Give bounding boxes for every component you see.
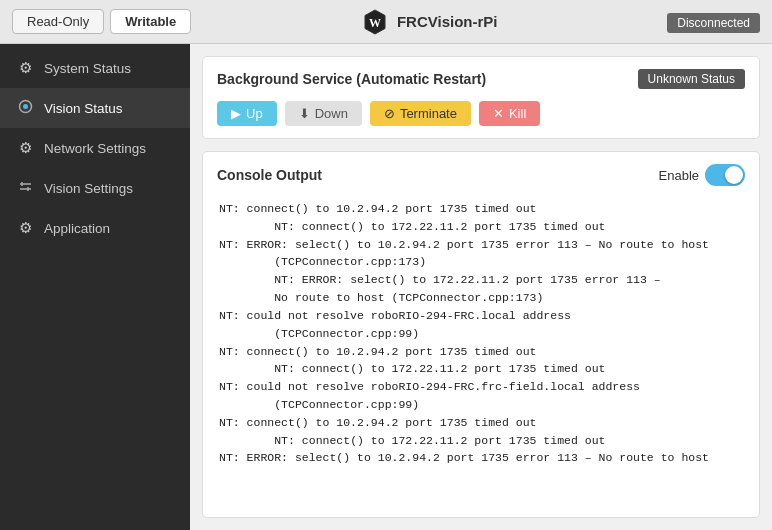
sidebar-item-vision-status[interactable]: Vision Status: [0, 88, 190, 128]
service-buttons: ▶ Up ⬇ Down ⊘ Terminate ✕ Kill: [217, 101, 745, 126]
up-icon: ▶: [231, 106, 241, 121]
sidebar-item-system-status[interactable]: ⚙ System Status: [0, 48, 190, 88]
console-output-title: Console Output: [217, 167, 322, 183]
sidebar-item-vision-settings[interactable]: Vision Settings: [0, 168, 190, 208]
sidebar-item-label: Vision Status: [44, 101, 123, 116]
sidebar-item-network-settings[interactable]: ⚙ Network Settings: [0, 128, 190, 168]
content-area: Background Service (Automatic Restart) U…: [190, 44, 772, 530]
toggle-thumb: [725, 166, 743, 184]
svg-text:W: W: [369, 16, 381, 30]
sidebar-item-label: System Status: [44, 61, 131, 76]
vision-status-icon: [16, 99, 34, 117]
background-service-card: Background Service (Automatic Restart) U…: [202, 56, 760, 139]
system-status-icon: ⚙: [16, 59, 34, 77]
application-icon: ⚙: [16, 219, 34, 237]
console-enable-area: Enable: [659, 164, 745, 186]
up-button[interactable]: ▶ Up: [217, 101, 277, 126]
app-logo-icon: W: [361, 8, 389, 36]
connection-badge: Disconnected: [667, 13, 760, 31]
terminate-button[interactable]: ⊘ Terminate: [370, 101, 471, 126]
mode-buttons: Read-Only Writable: [12, 9, 191, 34]
main-layout: ⚙ System Status Vision Status ⚙ Network …: [0, 44, 772, 530]
writable-button[interactable]: Writable: [110, 9, 191, 34]
down-button[interactable]: ⬇ Down: [285, 101, 362, 126]
down-icon: ⬇: [299, 106, 310, 121]
console-enable-toggle[interactable]: [705, 164, 745, 186]
vision-settings-icon: [16, 179, 34, 197]
network-settings-icon: ⚙: [16, 139, 34, 157]
kill-icon: ✕: [493, 106, 504, 121]
app-title: FRCVision-rPi: [397, 13, 498, 30]
enable-label: Enable: [659, 168, 699, 183]
app-title-area: W FRCVision-rPi: [361, 8, 498, 36]
console-output-card: Console Output Enable NT: connect() to 1…: [202, 151, 760, 518]
sidebar-item-application[interactable]: ⚙ Application: [0, 208, 190, 248]
unknown-status-badge: Unknown Status: [638, 69, 745, 89]
console-output-text: NT: connect() to 10.2.94.2 port 1735 tim…: [217, 196, 745, 505]
console-header: Console Output Enable: [217, 164, 745, 186]
read-only-button[interactable]: Read-Only: [12, 9, 104, 34]
kill-button[interactable]: ✕ Kill: [479, 101, 540, 126]
card-header: Background Service (Automatic Restart) U…: [217, 69, 745, 89]
terminate-icon: ⊘: [384, 106, 395, 121]
top-bar: Read-Only Writable W FRCVision-rPi Disco…: [0, 0, 772, 44]
sidebar-item-label: Vision Settings: [44, 181, 133, 196]
svg-point-3: [23, 104, 28, 109]
sidebar-item-label: Network Settings: [44, 141, 146, 156]
sidebar: ⚙ System Status Vision Status ⚙ Network …: [0, 44, 190, 530]
sidebar-item-label: Application: [44, 221, 110, 236]
background-service-title: Background Service (Automatic Restart): [217, 71, 486, 87]
